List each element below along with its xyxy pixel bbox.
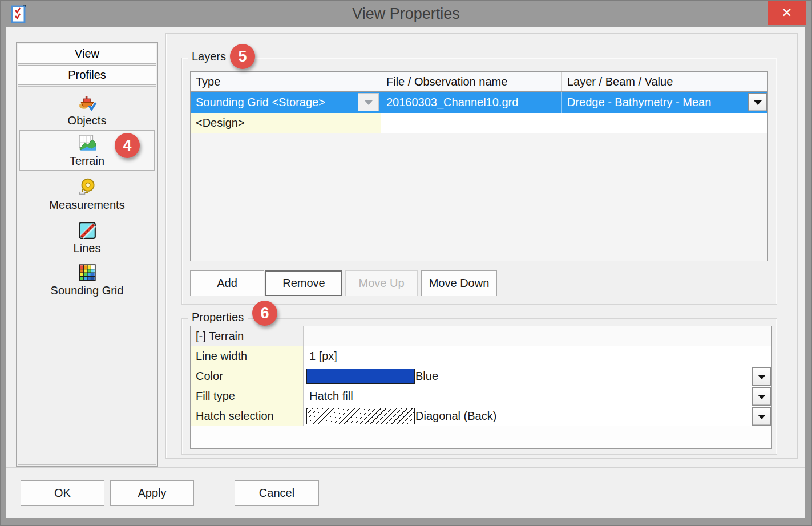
close-button[interactable]: ✕ bbox=[768, 1, 806, 25]
layers-table-header: Type File / Observation name Layer / Bea… bbox=[191, 72, 767, 92]
footer-divider-highlight bbox=[6, 468, 805, 468]
window-title: View Properties bbox=[1, 1, 811, 27]
sidebar-item-label: Measurements bbox=[49, 199, 124, 212]
property-value[interactable]: Hatch fill bbox=[304, 386, 771, 406]
sidebar-item-label: Objects bbox=[68, 114, 107, 127]
color-swatch bbox=[306, 369, 415, 384]
property-label: Color bbox=[191, 366, 304, 386]
layers-table: Type File / Observation name Layer / Bea… bbox=[190, 71, 768, 261]
sidebar-item-measurements[interactable]: Measurements bbox=[20, 176, 154, 213]
close-icon: ✕ bbox=[781, 5, 792, 21]
property-label: Hatch selection bbox=[191, 406, 304, 426]
cell-file: 20160303_Channel10.grd bbox=[381, 92, 562, 113]
column-header-type: Type bbox=[191, 72, 381, 91]
annotation-badge-4: 4 bbox=[115, 133, 140, 158]
hatch-dropdown-button[interactable] bbox=[752, 407, 771, 426]
chevron-down-icon bbox=[754, 100, 762, 109]
properties-header-value bbox=[304, 326, 771, 346]
sidebar-item-label: Sounding Grid bbox=[51, 284, 124, 297]
apply-button[interactable]: Apply bbox=[110, 480, 194, 506]
property-row-color: Color Blue bbox=[191, 366, 771, 386]
ok-button[interactable]: OK bbox=[21, 480, 104, 506]
layers-group: Layers Type File / Observation name Laye… bbox=[181, 58, 777, 305]
move-up-button[interactable]: Move Up bbox=[345, 270, 418, 296]
cell-layer: Dredge - Bathymetry - Mean bbox=[562, 92, 767, 113]
property-value[interactable]: Blue bbox=[304, 366, 771, 386]
fill-type-dropdown-button[interactable] bbox=[752, 387, 771, 406]
chevron-down-icon bbox=[758, 415, 766, 423]
table-row-design[interactable]: <Design> bbox=[191, 113, 767, 133]
properties-table: [-] Terrain Line width 1 [px] Color Blue bbox=[190, 326, 772, 449]
column-header-layer: Layer / Beam / Value bbox=[562, 72, 767, 91]
sidebar: View Profiles Objects bbox=[16, 42, 158, 467]
view-properties-dialog: View Properties ✕ View Profiles Objects bbox=[0, 0, 812, 526]
cell-file bbox=[381, 113, 562, 133]
properties-header-row[interactable]: [-] Terrain bbox=[191, 326, 771, 346]
properties-group-label: Properties bbox=[188, 311, 248, 324]
annotation-badge-6: 6 bbox=[252, 301, 277, 326]
property-label: Fill type bbox=[191, 386, 304, 406]
layers-buttons-row: Add Remove Move Up Move Down bbox=[182, 270, 777, 297]
properties-header-label: [-] Terrain bbox=[191, 326, 304, 346]
main-panel: Layers Type File / Observation name Laye… bbox=[165, 33, 798, 459]
hatch-pattern-swatch bbox=[306, 408, 415, 424]
chevron-down-icon bbox=[758, 375, 766, 383]
window-frame-right bbox=[805, 27, 811, 525]
cell-layer bbox=[562, 113, 767, 133]
layers-group-label: Layers bbox=[188, 50, 230, 63]
property-label: Line width bbox=[191, 346, 304, 366]
lines-icon bbox=[78, 221, 97, 240]
property-value[interactable]: Diagonal (Back) bbox=[304, 406, 771, 426]
window-frame-left bbox=[1, 27, 6, 525]
chevron-down-icon bbox=[758, 395, 766, 403]
chevron-down-icon bbox=[365, 100, 373, 109]
tape-measure-icon bbox=[78, 177, 97, 197]
move-down-button[interactable]: Move Down bbox=[421, 270, 497, 296]
layer-dropdown-button[interactable] bbox=[748, 93, 767, 111]
property-value[interactable]: 1 [px] bbox=[304, 346, 771, 366]
property-row-line-width: Line width 1 [px] bbox=[191, 346, 771, 366]
remove-button[interactable]: Remove bbox=[265, 270, 342, 296]
properties-group: Properties [-] Terrain Line width 1 [px]… bbox=[181, 318, 777, 455]
window-frame-bottom bbox=[1, 518, 811, 525]
cell-type: Sounding Grid <Storage> bbox=[191, 92, 381, 113]
sidebar-item-sounding-grid[interactable]: Sounding Grid bbox=[20, 261, 154, 299]
cancel-button[interactable]: Cancel bbox=[235, 480, 319, 506]
column-header-file: File / Observation name bbox=[381, 72, 562, 91]
sidebar-item-objects[interactable]: Objects bbox=[20, 91, 154, 129]
sidebar-button-profiles[interactable]: Profiles bbox=[18, 65, 156, 85]
property-row-hatch-selection: Hatch selection Diagonal (Back) bbox=[191, 406, 771, 426]
sidebar-item-lines[interactable]: Lines bbox=[20, 218, 154, 258]
titlebar: View Properties ✕ bbox=[1, 1, 811, 27]
boat-icon bbox=[78, 93, 97, 112]
table-row-selected[interactable]: Sounding Grid <Storage> 20160303_Channel… bbox=[191, 92, 767, 113]
annotation-badge-5: 5 bbox=[230, 44, 255, 69]
sounding-grid-icon bbox=[78, 263, 97, 282]
cell-type: <Design> bbox=[191, 113, 381, 133]
sidebar-item-label: Lines bbox=[74, 242, 101, 255]
add-button[interactable]: Add bbox=[190, 270, 264, 296]
sidebar-item-label: Terrain bbox=[70, 155, 104, 168]
type-dropdown-button[interactable] bbox=[358, 93, 379, 111]
sidebar-button-view[interactable]: View bbox=[18, 44, 156, 64]
color-dropdown-button[interactable] bbox=[752, 367, 771, 386]
property-row-fill-type: Fill type Hatch fill bbox=[191, 386, 771, 406]
terrain-icon bbox=[78, 133, 97, 153]
